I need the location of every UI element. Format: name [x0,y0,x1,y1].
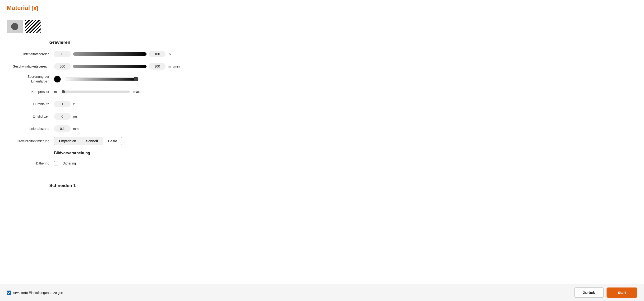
bildvorverarbeitung-title: Bildvorverarbeitung [54,151,637,155]
header: Material [s] [0,0,644,14]
zuordnung-label: Zuordnung derLinienfarben [7,74,54,84]
geschwindigkeit-slider[interactable] [73,65,146,68]
dithering-checkbox[interactable] [54,161,58,165]
btn-empfohlen[interactable]: Empfohlen [54,137,81,145]
lines-pattern [25,20,40,33]
btn-basic[interactable]: Basic [103,137,122,145]
einstichzeit-label: Einstichzeit [7,114,54,118]
dithering-checkbox-label: Dithering [62,161,76,165]
color-slider[interactable] [65,77,138,81]
intensitaet-unit: % [168,52,180,56]
footer: erweiterte Einstellungen anzeigen Zurück… [0,284,644,301]
intensitaet-slider[interactable] [73,52,146,56]
geschwindigkeit-min-input[interactable]: 500 [54,63,71,70]
kompressor-row: Kompressor min max [7,87,637,96]
linienabstand-row: Linienabstand 0,1 mm [7,124,637,133]
optimization-btn-group: Empfohlen Schnell Basic [54,137,122,145]
geschwindigkeit-max-input[interactable]: 300 [149,63,166,70]
zuordnung-controls [54,76,637,82]
advanced-settings-checkbox[interactable] [7,291,11,295]
einstichzeit-input[interactable]: 0 [54,113,71,120]
einstichzeit-controls: 0 ms [54,113,637,120]
kompressor-handle [62,90,65,93]
advanced-settings-label: erweiterte Einstellungen anzeigen [13,291,63,295]
intensitaet-min-input[interactable]: 0 [54,51,71,57]
page-title: Material [s] [7,4,637,11]
einstichzeit-unit: ms [73,114,78,118]
linienabstand-unit: mm [73,127,78,131]
checkmark-icon [7,291,10,294]
dithering-controls: Dithering [54,161,637,165]
kompressor-min-label: min [54,90,60,94]
intensitaet-max-input[interactable]: 100 [149,51,166,57]
durchlaufe-label: Durchläufe [7,102,54,106]
gravurzeit-controls: Empfohlen Schnell Basic [54,137,637,145]
start-button[interactable]: Start [606,288,637,298]
dithering-label: Dithering [7,161,54,165]
gravurzeit-row: Gravurzeitoptimierung Empfohlen Schnell … [7,137,637,145]
durchlaufe-row: Durchläufe 1 x [7,100,637,108]
intensitaetsbereich-label: Intensitätsbereich [7,52,54,56]
thumbnail-lines[interactable] [25,20,41,33]
footer-left: erweiterte Einstellungen anzeigen [7,291,63,295]
dithering-row: Dithering Dithering [7,159,637,168]
footer-buttons: Zurück Start [574,288,637,298]
thumbnail-row [7,20,637,33]
gravurzeit-label: Gravurzeitoptimierung [7,139,54,143]
kompressor-label: Kompressor [7,90,54,94]
section-divider [7,177,637,177]
durchlaufe-unit: x [73,102,75,106]
gravieren-title: Gravieren [49,40,637,45]
geschwindigkeit-controls: 500 300 mm/min [54,63,637,70]
linienabstand-input[interactable]: 0,1 [54,125,71,132]
durchlaufe-input[interactable]: 1 [54,101,71,107]
back-button[interactable]: Zurück [574,288,604,298]
zuordnung-row: Zuordnung derLinienfarben [7,74,637,84]
geschwindigkeit-label: Geschwindigkeitsbereich [7,64,54,68]
btn-schnell[interactable]: Schnell [81,137,103,145]
kompressor-slider-track[interactable] [63,90,130,93]
durchlaufe-controls: 1 x [54,101,637,107]
gravieren-section: Gravieren Intensitätsbereich 0 100 % Ges… [7,40,637,149]
schneiden-title: Schneiden 1 [49,183,637,188]
color-dot[interactable] [54,76,61,82]
geschwindigkeit-row: Geschwindigkeitsbereich 500 300 mm/min [7,62,637,71]
thumbnail-cat[interactable] [7,20,23,33]
bildvorverarbeitung-section: Bildvorverarbeitung Dithering Dithering [7,151,637,171]
geschwindigkeit-unit: mm/min [168,64,180,68]
schneiden-section: Schneiden 1 [7,183,637,192]
kompressor-max-label: max [134,90,140,94]
intensitaetsbereich-controls: 0 100 % [54,51,637,57]
badge: [s] [32,5,38,11]
color-slider-handle [134,77,138,81]
einstichzeit-row: Einstichzeit 0 ms [7,112,637,121]
kompressor-controls: min max [54,90,637,94]
linienabstand-label: Linienabstand [7,127,54,131]
main-content: Gravieren Intensitätsbereich 0 100 % Ges… [0,14,644,284]
intensitaetsbereich-row: Intensitätsbereich 0 100 % [7,50,637,58]
linienabstand-controls: 0,1 mm [54,125,637,132]
